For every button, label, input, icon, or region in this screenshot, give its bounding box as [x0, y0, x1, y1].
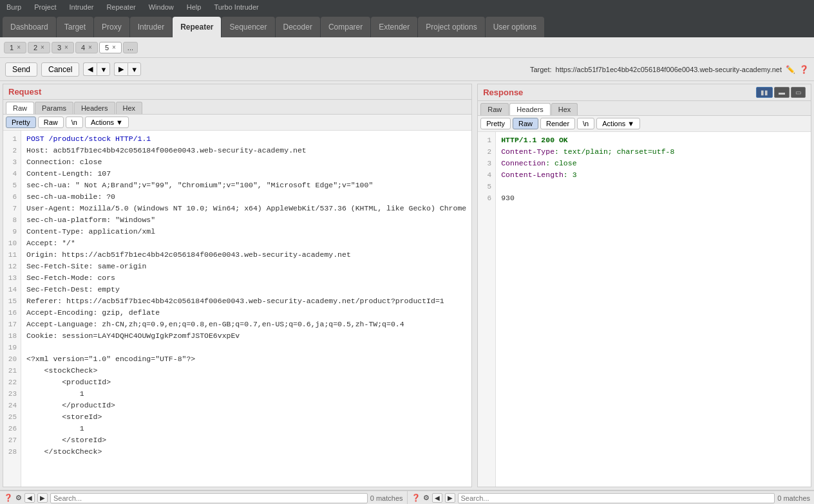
request-next-match-icon[interactable]: ▶: [37, 493, 48, 503]
menu-intruder[interactable]: Intruder: [66, 2, 98, 12]
tab-extender[interactable]: Extender: [371, 17, 417, 37]
request-settings-icon[interactable]: ⚙: [15, 494, 22, 502]
view-horizontal-icon[interactable]: ▬: [774, 87, 790, 98]
menu-burp[interactable]: Burp: [3, 2, 25, 12]
response-render-button[interactable]: Render: [540, 118, 575, 129]
response-prev-match-icon[interactable]: ◀: [432, 493, 442, 503]
request-tab-raw[interactable]: Raw: [6, 102, 34, 114]
response-search-wrapper: 0 matches: [458, 493, 811, 503]
response-code-area[interactable]: 123456 HTTP/1.1 200 OKContent-Type: text…: [478, 132, 811, 487]
menu-repeater[interactable]: Repeater: [102, 2, 139, 12]
menu-window[interactable]: Window: [145, 2, 178, 12]
next-button[interactable]: ▶: [114, 62, 128, 76]
request-search-input[interactable]: [50, 493, 368, 503]
response-panel-header: Response: [483, 88, 523, 97]
repeater-tab-1[interactable]: 1 ×: [4, 42, 26, 53]
response-ln-button[interactable]: \n: [577, 118, 594, 129]
request-panel: Request Raw Params Headers Hex Pretty Ra…: [3, 84, 472, 487]
response-bottom-bar: ❓ ⚙ ◀ ▶ 0 matches: [408, 490, 815, 504]
request-tab-headers[interactable]: Headers: [74, 102, 115, 114]
tab-repeater[interactable]: Repeater: [173, 17, 221, 37]
next-nav-group: ▶ ▼: [114, 62, 141, 76]
request-search-wrapper: 0 matches: [50, 493, 403, 503]
tab-target[interactable]: Target: [57, 17, 93, 37]
close-tab-2-icon[interactable]: ×: [41, 44, 44, 51]
cancel-button[interactable]: Cancel: [41, 62, 79, 77]
tab-dashboard[interactable]: Dashboard: [3, 17, 56, 37]
toolbar: Send Cancel ◀ ▼ ▶ ▼ Target: https://acb5…: [0, 58, 814, 81]
close-tab-3-icon[interactable]: ×: [64, 44, 68, 51]
response-tab-hex[interactable]: Hex: [551, 103, 578, 115]
target-label: Target:: [530, 66, 552, 73]
view-toggles: ▮▮ ▬ ▭: [756, 87, 806, 98]
tab-sequencer[interactable]: Sequencer: [222, 17, 274, 37]
request-pretty-button[interactable]: Pretty: [6, 117, 36, 128]
response-panel: Response ▮▮ ▬ ▭ Raw Headers Hex Pretty R…: [477, 84, 811, 487]
view-split-icon[interactable]: ▮▮: [756, 87, 773, 98]
response-code-content: 123456 HTTP/1.1 200 OKContent-Type: text…: [478, 132, 811, 487]
prev-button[interactable]: ◀: [83, 62, 97, 76]
request-editor-toolbar: Pretty Raw \n Actions ▼: [3, 115, 471, 131]
prev-nav-group: ◀ ▼: [83, 62, 110, 76]
request-code-content: 1234567891011121314151617181920212223242…: [3, 131, 471, 487]
request-ln-button[interactable]: \n: [66, 117, 83, 128]
tab-user-options[interactable]: User options: [486, 17, 544, 37]
response-code-text[interactable]: HTTP/1.1 200 OKContent-Type: text/plain;…: [496, 132, 811, 487]
close-tab-4-icon[interactable]: ×: [88, 44, 92, 51]
response-pretty-button[interactable]: Pretty: [480, 118, 511, 129]
response-editor-toolbar: Pretty Raw Render \n Actions ▼: [478, 116, 811, 132]
tab-project-options[interactable]: Project options: [418, 17, 484, 37]
close-tab-1-icon[interactable]: ×: [17, 44, 21, 51]
repeater-tab-5[interactable]: 5 ×: [99, 42, 122, 53]
target-info: Target: https://acb51f7b1ec4bb42c056184f…: [530, 65, 809, 74]
response-matches-badge: 0 matches: [777, 494, 810, 502]
tab-proxy[interactable]: Proxy: [94, 17, 129, 37]
edit-target-icon[interactable]: ✏️: [786, 65, 795, 74]
repeater-tab-more[interactable]: ...: [123, 42, 138, 53]
view-single-icon[interactable]: ▭: [791, 87, 806, 98]
bottom-bars: ❓ ⚙ ◀ ▶ 0 matches ❓ ⚙ ◀ ▶ 0 matches: [0, 490, 814, 504]
nav-tab-bar: Dashboard Target Proxy Intruder Repeater…: [0, 14, 814, 37]
send-button[interactable]: Send: [5, 62, 37, 77]
request-panel-header: Request: [3, 84, 471, 100]
main-content: Request Raw Params Headers Hex Pretty Ra…: [0, 81, 814, 490]
request-line-numbers: 1234567891011121314151617181920212223242…: [3, 131, 21, 487]
response-help-icon[interactable]: ❓: [412, 494, 421, 502]
response-settings-icon[interactable]: ⚙: [423, 494, 430, 502]
request-actions-button[interactable]: Actions ▼: [85, 117, 129, 128]
response-search-input[interactable]: [458, 493, 775, 503]
request-code-area[interactable]: 1234567891011121314151617181920212223242…: [3, 131, 471, 487]
response-actions-dropdown-icon: ▼: [627, 120, 634, 127]
tab-intruder[interactable]: Intruder: [130, 17, 172, 37]
response-raw-button[interactable]: Raw: [513, 118, 538, 129]
tab-comparer[interactable]: Comparer: [321, 17, 370, 37]
response-tab-headers[interactable]: Headers: [509, 103, 551, 115]
response-line-numbers: 123456: [478, 132, 496, 487]
repeater-tab-3[interactable]: 3 ×: [52, 42, 74, 53]
repeater-tab-2[interactable]: 2 ×: [28, 42, 50, 53]
request-tab-params[interactable]: Params: [35, 102, 73, 114]
tab-decoder[interactable]: Decoder: [276, 17, 320, 37]
next-dropdown-button[interactable]: ▼: [128, 62, 141, 76]
menu-turbointruder[interactable]: Turbo Intruder: [210, 2, 262, 12]
request-help-icon[interactable]: ❓: [4, 494, 13, 502]
repeater-tab-bar: 1 × 2 × 3 × 4 × 5 × ...: [0, 37, 814, 58]
close-tab-5-icon[interactable]: ×: [112, 44, 116, 51]
menu-project[interactable]: Project: [30, 2, 60, 12]
request-tab-hex[interactable]: Hex: [116, 102, 143, 114]
request-prev-match-icon[interactable]: ◀: [24, 493, 35, 503]
prev-dropdown-button[interactable]: ▼: [97, 62, 110, 76]
response-tab-raw[interactable]: Raw: [480, 103, 509, 115]
request-code-text[interactable]: POST /product/stock HTTP/1.1Host: acb51f…: [21, 131, 471, 487]
request-raw-button[interactable]: Raw: [38, 117, 64, 128]
actions-dropdown-icon: ▼: [116, 118, 123, 126]
response-format-tabs: Raw Headers Hex: [478, 101, 811, 116]
menu-help[interactable]: Help: [183, 2, 205, 12]
request-matches-badge: 0 matches: [370, 494, 403, 502]
target-url: https://acb51f7b1ec4bb42c056184f006e0043…: [556, 66, 782, 73]
repeater-tab-4[interactable]: 4 ×: [75, 42, 98, 53]
request-bottom-bar: ❓ ⚙ ◀ ▶ 0 matches: [0, 490, 408, 504]
response-next-match-icon[interactable]: ▶: [445, 493, 455, 503]
response-actions-button[interactable]: Actions ▼: [596, 118, 640, 129]
help-target-icon[interactable]: ❓: [799, 65, 809, 74]
